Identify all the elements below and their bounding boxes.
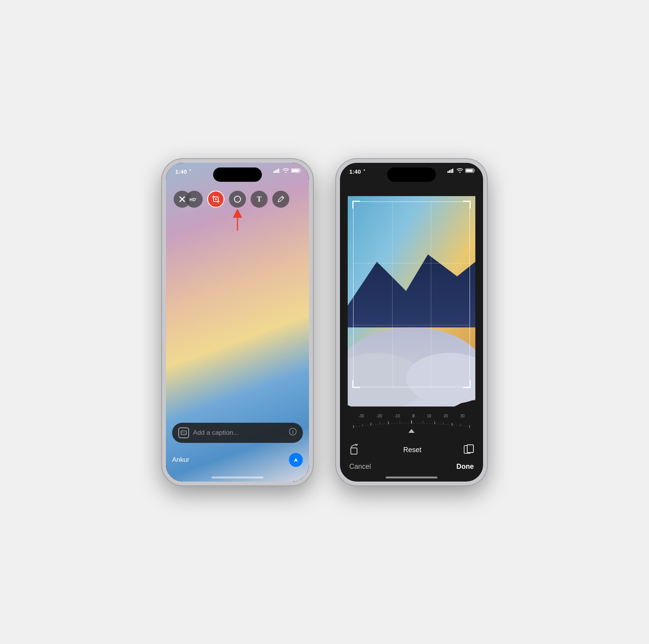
ruler-label: 10 (427, 414, 431, 418)
ruler-label: -30 (359, 414, 364, 418)
sender-row: Ankur (172, 453, 303, 467)
info-icon: i (289, 428, 297, 436)
caption-icon (178, 427, 189, 438)
rotate-icon (349, 444, 361, 455)
annotation-arrow (232, 209, 243, 232)
caption-end-icon: i (289, 428, 297, 437)
svg-rect-1 (275, 170, 276, 173)
location-icon-2 (362, 169, 367, 174)
svg-rect-5 (300, 169, 301, 171)
svg-rect-3 (278, 169, 279, 173)
rotation-ruler: -30 -20 -10 0 10 20 30 (340, 414, 483, 433)
svg-rect-17 (449, 170, 450, 173)
status-icons-1 (273, 168, 301, 173)
crop-photo-svg (348, 190, 475, 407)
location-icon (188, 169, 193, 174)
aspect-icon (464, 444, 474, 454)
mask-icon (234, 195, 241, 203)
ruler-marker (408, 429, 415, 433)
send-button[interactable] (289, 453, 303, 467)
time-label-2: 1:40 (349, 168, 361, 175)
mask-button[interactable] (229, 191, 246, 208)
crop-image-area (348, 190, 475, 407)
ruler-label: 20 (444, 414, 448, 418)
svg-marker-41 (408, 429, 415, 433)
cancel-button[interactable]: Cancel (349, 463, 371, 471)
status-icons-2 (447, 168, 475, 173)
toolbar-1: HD + (166, 191, 309, 208)
crop-action-bar: Cancel Done (340, 463, 483, 471)
status-time-2: 1:40 (349, 168, 367, 175)
dynamic-island (213, 167, 262, 182)
home-indicator-1 (212, 477, 263, 478)
signal-icon (273, 168, 280, 173)
svg-rect-6 (292, 169, 299, 172)
home-indicator-2 (386, 477, 437, 478)
close-icon (179, 196, 185, 202)
svg-rect-2 (277, 169, 278, 173)
svg-rect-22 (466, 169, 473, 172)
svg-text:i: i (292, 429, 294, 435)
ruler-label: 30 (460, 414, 465, 418)
rotate-button[interactable] (349, 444, 361, 456)
svg-rect-19 (452, 169, 453, 173)
hd-button[interactable]: HD + (186, 191, 203, 208)
text-button[interactable]: T (251, 191, 268, 208)
signal-icon-2 (447, 168, 454, 173)
svg-rect-44 (467, 445, 473, 453)
arrow-svg (232, 209, 243, 231)
crop-button[interactable] (207, 191, 224, 208)
caption-bar[interactable]: Add a caption... i (172, 423, 303, 443)
main-container: 1:40 (147, 143, 502, 501)
svg-text:HD: HD (190, 197, 196, 202)
time-label: 1:40 (175, 168, 187, 175)
svg-point-10 (234, 196, 241, 202)
crop-bottom-toolbar: Reset (340, 444, 483, 456)
ruler-ticks-svg (350, 419, 473, 428)
svg-rect-21 (474, 169, 475, 171)
svg-rect-42 (351, 448, 357, 454)
crop-icon (212, 195, 220, 203)
phone-2: 1:40 (336, 159, 487, 485)
ruler-label: -20 (376, 414, 382, 418)
svg-text:T: T (257, 195, 261, 203)
ruler-label: -10 (395, 414, 400, 418)
status-time-1: 1:40 (175, 168, 193, 175)
sender-name: Ankur (172, 456, 189, 464)
phone-1: 1:40 (162, 159, 313, 485)
ruler-numbers: -30 -20 -10 0 10 20 30 (359, 414, 465, 418)
battery-icon (291, 168, 301, 173)
reset-button[interactable]: Reset (403, 446, 421, 454)
aspect-ratio-button[interactable] (464, 444, 474, 456)
caption-placeholder: Add a caption... (193, 429, 285, 437)
svg-rect-0 (273, 171, 275, 173)
hd-icon: HD + (189, 196, 200, 203)
ruler-label-center: 0 (412, 414, 415, 418)
draw-icon (277, 195, 285, 203)
caption-img-icon (181, 430, 187, 436)
text-icon: T (256, 195, 263, 203)
wifi-icon (283, 168, 289, 173)
svg-rect-16 (447, 171, 449, 173)
send-icon (293, 457, 299, 463)
svg-text:+: + (195, 197, 197, 200)
battery-icon-2 (465, 168, 475, 173)
done-button[interactable]: Done (456, 463, 474, 471)
draw-button[interactable] (272, 191, 289, 208)
svg-rect-18 (451, 169, 452, 173)
wifi-icon-2 (457, 168, 463, 173)
dynamic-island-2 (387, 167, 436, 182)
